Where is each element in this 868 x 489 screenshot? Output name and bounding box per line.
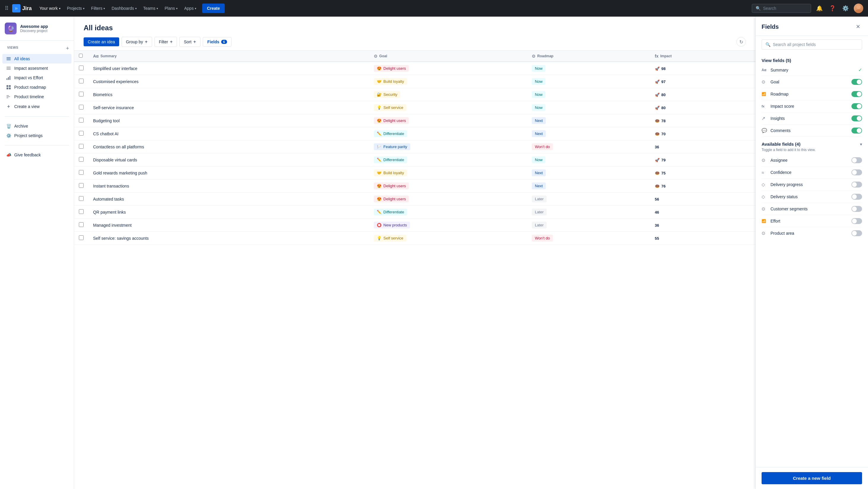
sidebar-item-project-settings[interactable]: ⚙️ Project settings <box>2 131 71 140</box>
row-checkbox[interactable] <box>79 235 84 240</box>
roadmap-badge[interactable]: Now <box>532 104 546 111</box>
sidebar-item-archive[interactable]: 🗑️ Archive <box>2 121 71 131</box>
roadmap-badge[interactable]: Next <box>532 117 546 124</box>
sort-button[interactable]: Sort + <box>179 37 200 47</box>
row-checkbox[interactable] <box>79 92 84 96</box>
roadmap-badge[interactable]: Won't do <box>532 143 553 150</box>
row-roadmap-cell: Won't do <box>527 140 650 153</box>
filter-button[interactable]: Filter + <box>154 37 177 47</box>
sidebar-item-feedback[interactable]: 📣 Give feedback <box>2 150 71 160</box>
product-area-toggle[interactable] <box>851 230 862 236</box>
effort-toggle[interactable] <box>851 218 862 224</box>
roadmap-badge[interactable]: Later <box>532 222 547 228</box>
impact-value: 75 <box>661 171 665 175</box>
goal-badge[interactable]: 🏳️ Feature parity <box>374 143 410 150</box>
goal-badge[interactable]: 😍 Delight users <box>374 117 409 124</box>
customer-segments-toggle[interactable] <box>851 206 862 212</box>
row-checkbox[interactable] <box>79 183 84 188</box>
row-checkbox[interactable] <box>79 131 84 136</box>
goal-badge[interactable]: 😍 Delight users <box>374 182 409 189</box>
goal-badge[interactable]: ✏️ Differentiate <box>374 156 407 163</box>
goal-badge[interactable]: 🔐 Security <box>374 91 400 98</box>
roadmap-badge[interactable]: Now <box>532 65 546 72</box>
impact-toggle[interactable] <box>851 103 862 109</box>
goal-badge[interactable]: 😍 Delight users <box>374 196 409 202</box>
delivery-status-toggle[interactable] <box>851 194 862 200</box>
toggle-knob <box>852 231 857 236</box>
settings-icon[interactable]: ⚙️ <box>841 4 850 13</box>
group-by-button[interactable]: Group by + <box>122 37 152 47</box>
project-header[interactable]: 🔮 Awesome app Discovery project <box>0 17 74 41</box>
sidebar-item-impact-assessment[interactable]: Impact assesment <box>2 63 71 73</box>
row-checkbox[interactable] <box>79 157 84 162</box>
nav-apps[interactable]: Apps ▾ <box>181 4 199 12</box>
confidence-toggle[interactable] <box>851 169 862 175</box>
row-checkbox[interactable] <box>79 79 84 83</box>
goal-badge[interactable]: ✏️ Differentiate <box>374 209 407 215</box>
help-icon[interactable]: ❓ <box>828 4 837 13</box>
row-checkbox[interactable] <box>79 105 84 110</box>
roadmap-badge[interactable]: Now <box>532 78 546 85</box>
nav-projects[interactable]: Projects ▾ <box>64 4 88 12</box>
row-checkbox[interactable] <box>79 65 84 70</box>
roadmap-badge[interactable]: Now <box>532 91 546 98</box>
create-button[interactable]: Create <box>202 4 225 13</box>
row-checkbox[interactable] <box>79 222 84 227</box>
fields-button[interactable]: Fields 6 <box>203 37 231 47</box>
nav-filters[interactable]: Filters ▾ <box>88 4 108 12</box>
sidebar-item-product-roadmap[interactable]: Product roadmap <box>2 83 71 92</box>
fields-search-input[interactable] <box>773 42 858 47</box>
nav-your-work[interactable]: Your work ▾ <box>36 4 63 12</box>
col-goal-label: Goal <box>379 54 387 58</box>
fields-search[interactable]: 🔍 <box>762 39 862 50</box>
create-new-field-button[interactable]: Create a new field <box>762 472 862 484</box>
sidebar-item-all-ideas[interactable]: All ideas <box>2 54 71 63</box>
row-checkbox[interactable] <box>79 170 84 175</box>
goal-badge[interactable]: 💡 Self service <box>374 104 406 111</box>
roadmap-badge[interactable]: Now <box>532 156 546 163</box>
grid-icon[interactable]: ⠿ <box>5 5 9 11</box>
goal-badge[interactable]: 💡 Self service <box>374 235 406 241</box>
row-checkbox[interactable] <box>79 144 84 149</box>
refresh-button[interactable]: ↻ <box>736 37 746 47</box>
close-fields-button[interactable]: ✕ <box>854 23 862 31</box>
logo[interactable]: Jira <box>12 4 32 12</box>
delivery-progress-toggle[interactable] <box>851 181 862 188</box>
goal-badge[interactable]: 🤝 Build loyalty <box>374 169 407 176</box>
sidebar-item-create-view[interactable]: + Create a view <box>2 102 71 112</box>
row-roadmap-cell: Next <box>527 179 650 193</box>
nav-dashboards[interactable]: Dashboards ▾ <box>108 4 140 12</box>
insights-toggle[interactable] <box>851 115 862 121</box>
comments-toggle[interactable] <box>851 127 862 134</box>
goal-badge[interactable]: ✏️ Differentiate <box>374 130 407 137</box>
user-avatar[interactable] <box>854 4 863 13</box>
goal-toggle[interactable] <box>851 79 862 85</box>
create-idea-button[interactable]: Create an idea <box>84 37 119 46</box>
roadmap-badge[interactable]: Next <box>532 130 546 137</box>
nav-plans[interactable]: Plans ▾ <box>161 4 181 12</box>
assignee-toggle[interactable] <box>851 157 862 163</box>
roadmap-badge[interactable]: Later <box>532 209 547 215</box>
search-input[interactable] <box>763 6 805 11</box>
notifications-icon[interactable]: 🔔 <box>815 4 824 13</box>
row-checkbox[interactable] <box>79 118 84 122</box>
roadmap-toggle[interactable] <box>851 91 862 97</box>
roadmap-badge[interactable]: Won't do <box>532 235 553 241</box>
row-checkbox[interactable] <box>79 196 84 201</box>
select-all-checkbox[interactable] <box>79 54 83 58</box>
add-view-icon[interactable]: + <box>66 46 69 52</box>
sidebar-item-label: Create a view <box>14 104 40 109</box>
goal-badge[interactable]: 🤝 Build loyalty <box>374 78 407 85</box>
roadmap-badge[interactable]: Later <box>532 196 547 202</box>
row-checkbox[interactable] <box>79 209 84 214</box>
sidebar-item-impact-effort[interactable]: Impact vs Effort <box>2 73 71 83</box>
global-search[interactable]: 🔍 <box>752 4 811 13</box>
roadmap-label: Later <box>535 197 544 201</box>
nav-teams[interactable]: Teams ▾ <box>140 4 161 12</box>
roadmap-badge[interactable]: Next <box>532 169 546 176</box>
goal-badge[interactable]: ⭕ New products <box>374 222 410 228</box>
goal-badge[interactable]: 😍 Delight users <box>374 65 409 72</box>
roadmap-badge[interactable]: Next <box>532 182 546 189</box>
sidebar-item-product-timeline[interactable]: Product timeline <box>2 92 71 102</box>
collapse-available-icon[interactable]: ▾ <box>860 142 862 147</box>
